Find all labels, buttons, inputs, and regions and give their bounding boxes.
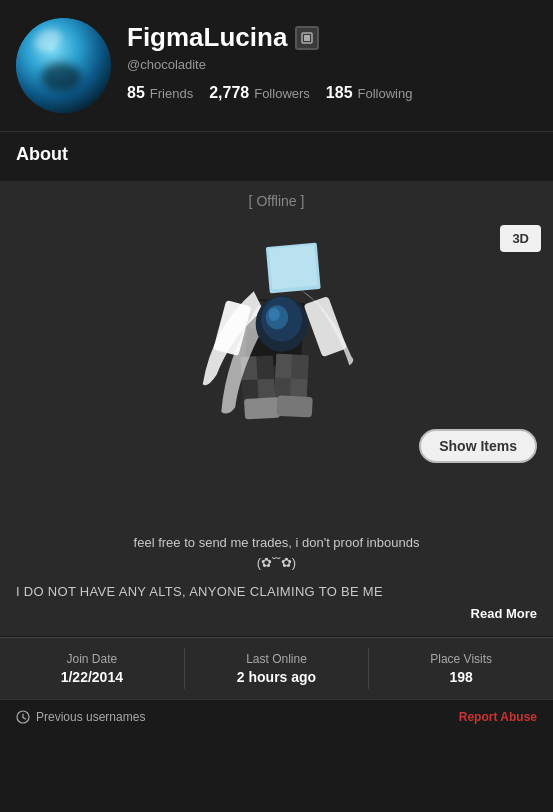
followers-count: 2,778 <box>209 84 249 102</box>
svg-rect-10 <box>275 354 292 379</box>
bio-warning: I DO NOT HAVE ANY ALTS, ANYONE CLAIMING … <box>16 582 537 602</box>
join-date-value: 1/22/2014 <box>8 669 176 685</box>
join-date-label: Join Date <box>8 652 176 666</box>
bio-text: feel free to send me trades, i don't pro… <box>16 533 537 572</box>
followers-label: Followers <box>254 86 310 101</box>
friends-count: 85 <box>127 84 145 102</box>
svg-rect-3 <box>268 245 317 290</box>
character-display: [ Offline ] 3D <box>0 181 553 521</box>
about-section: About <box>0 132 553 173</box>
profile-name-row: FigmaLucina <box>127 22 537 53</box>
clock-icon <box>16 710 30 724</box>
profile-header: FigmaLucina @chocoladite 85 Friends 2,77… <box>0 0 553 131</box>
place-visits-cell: Place Visits 198 <box>369 648 553 689</box>
following-stat: 185 Following <box>326 84 413 102</box>
following-label: Following <box>358 86 413 101</box>
character-model <box>167 217 387 477</box>
footer-row: Previous usernames Report Abuse <box>0 699 553 734</box>
bio-section: feel free to send me trades, i don't pro… <box>0 521 553 636</box>
svg-rect-13 <box>303 296 346 357</box>
svg-rect-1 <box>304 35 310 41</box>
show-items-button[interactable]: Show Items <box>419 429 537 463</box>
about-title: About <box>16 144 68 164</box>
avatar <box>16 18 111 113</box>
svg-rect-15 <box>276 395 312 417</box>
followers-stat: 2,778 Followers <box>209 84 310 102</box>
profile-name: FigmaLucina <box>127 22 287 53</box>
svg-point-19 <box>268 308 279 321</box>
offline-badge: [ Offline ] <box>0 181 553 217</box>
profile-info: FigmaLucina @chocoladite 85 Friends 2,77… <box>127 18 537 102</box>
svg-line-22 <box>23 717 26 719</box>
last-online-value: 2 hours ago <box>193 669 361 685</box>
profile-username: @chocoladite <box>127 57 537 72</box>
friends-stat: 85 Friends <box>127 84 193 102</box>
last-online-cell: Last Online 2 hours ago <box>185 648 370 689</box>
join-date-cell: Join Date 1/22/2014 <box>0 648 185 689</box>
three-d-button[interactable]: 3D <box>500 225 541 252</box>
read-more-link[interactable]: Read More <box>471 606 537 621</box>
read-more-container: Read More <box>16 604 537 622</box>
friends-label: Friends <box>150 86 193 101</box>
prev-usernames-label: Previous usernames <box>36 710 145 724</box>
svg-rect-14 <box>243 397 279 419</box>
character-area: 3D <box>0 217 553 477</box>
following-count: 185 <box>326 84 353 102</box>
user-stats-row: Join Date 1/22/2014 Last Online 2 hours … <box>0 637 553 699</box>
report-abuse-link[interactable]: Report Abuse <box>459 710 537 724</box>
place-visits-value: 198 <box>377 669 545 685</box>
last-online-label: Last Online <box>193 652 361 666</box>
place-visits-label: Place Visits <box>377 652 545 666</box>
roblox-verified-icon <box>295 26 319 50</box>
bio-line1: feel free to send me trades, i don't pro… <box>134 535 420 550</box>
bio-emoji: (✿˘˘✿) <box>257 555 296 570</box>
previous-usernames[interactable]: Previous usernames <box>16 710 145 724</box>
profile-stats: 85 Friends 2,778 Followers 185 Following <box>127 84 537 102</box>
